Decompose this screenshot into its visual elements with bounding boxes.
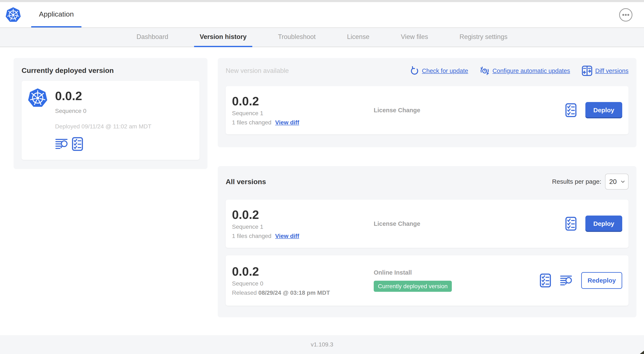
app-footer: v1.109.3 [0, 335, 644, 354]
results-per-page-value: 20 [609, 178, 617, 186]
logs-icon [560, 275, 572, 286]
admin-console-version: v1.109.3 [311, 341, 333, 348]
all-versions-panel: All versions Results per page: 20 0.0.2 … [218, 166, 636, 317]
version-actions: Deploy [565, 216, 622, 232]
deployed-icon-row [55, 137, 151, 151]
version-actions: Deploy [565, 102, 622, 118]
all-versions-header: All versions Results per page: 20 [226, 174, 628, 190]
check-for-update-link[interactable]: Check for update [410, 66, 468, 75]
all-versions-title: All versions [226, 178, 266, 186]
tab-registry-settings[interactable]: Registry settings [454, 28, 513, 47]
preflight-checks-icon-button[interactable] [72, 137, 83, 151]
source-label: Online Install [374, 269, 412, 276]
deploy-button[interactable]: Deploy [586, 216, 622, 232]
preflight-checks-icon [565, 217, 576, 231]
version-number: 0.0.2 [232, 95, 374, 108]
new-version-panel: New version available Check for update C… [218, 58, 636, 147]
redeploy-button[interactable]: Redeploy [581, 272, 622, 289]
deploy-button[interactable]: Deploy [586, 102, 622, 118]
new-version-card: 0.0.2 Sequence 1 1 files changed View di… [226, 86, 628, 134]
version-info: 0.0.2 Sequence 1 1 files changed View di… [232, 208, 374, 239]
deployed-panel-title: Currently deployed version [22, 66, 200, 75]
right-column: New version available Check for update C… [218, 58, 636, 317]
deployed-version-number: 0.0.2 [55, 89, 151, 103]
preflight-checks-icon-button[interactable] [540, 273, 551, 288]
results-per-page-label: Results per page: [552, 178, 601, 185]
files-changed-row: 1 files changed View diff [232, 119, 374, 126]
released-timestamp: Released 08/29/24 @ 03:18 pm MDT [232, 289, 374, 296]
version-source: License Change [374, 107, 565, 114]
diff-versions-link[interactable]: Diff versions [582, 66, 628, 76]
version-info: 0.0.2 Sequence 1 1 files changed View di… [232, 95, 374, 126]
tab-view-files[interactable]: View files [395, 28, 434, 47]
ellipsis-menu-button[interactable] [619, 8, 633, 22]
version-source: Online Install Currently deployed versio… [374, 269, 540, 292]
version-info: 0.0.2 Sequence 0 Released 08/29/24 @ 03:… [232, 265, 374, 296]
released-prefix: Released [232, 289, 257, 296]
view-diff-link[interactable]: View diff [275, 233, 299, 239]
new-version-panel-header: New version available Check for update C… [226, 66, 628, 76]
version-row: 0.0.2 Sequence 1 1 files changed View di… [226, 200, 628, 248]
deployed-version-info: 0.0.2 Sequence 0 Deployed 09/11/24 @ 11:… [55, 88, 151, 151]
version-sequence: Sequence 0 [232, 280, 374, 287]
deployed-version-card: 0.0.2 Sequence 0 Deployed 09/11/24 @ 11:… [22, 81, 200, 160]
diff-versions-label: Diff versions [595, 68, 628, 74]
files-changed-label: 1 files changed [232, 119, 271, 126]
currently-deployed-badge: Currently deployed version [374, 281, 452, 292]
version-number: 0.0.2 [232, 208, 374, 221]
tab-dashboard[interactable]: Dashboard [131, 28, 174, 47]
new-version-title: New version available [226, 67, 289, 75]
version-row: 0.0.2 Sequence 0 Released 08/29/24 @ 03:… [226, 255, 628, 306]
tab-troubleshoot[interactable]: Troubleshoot [272, 28, 321, 47]
chevron-down-icon [621, 181, 625, 183]
app-header: Application [0, 2, 644, 28]
version-sequence: Sequence 1 [232, 110, 374, 117]
preflight-checks-icon-button[interactable] [565, 217, 576, 231]
deployed-timestamp: Deployed 09/11/24 @ 11:02 am MDT [55, 123, 151, 130]
mouse-cursor-artifact [640, 351, 644, 354]
source-stack: Online Install Currently deployed versio… [374, 269, 540, 292]
sub-nav: Dashboard Version history Troubleshoot L… [0, 28, 644, 47]
tab-version-history[interactable]: Version history [194, 28, 252, 47]
logs-icon-button[interactable] [55, 138, 68, 150]
page-root: Application Dashboard Version history Tr… [0, 0, 644, 354]
kubernetes-logo-icon [28, 88, 48, 108]
preflight-checks-icon-button[interactable] [565, 103, 576, 117]
app-tab-label: Application [39, 10, 74, 18]
currently-deployed-panel: Currently deployed version 0.0.2 Sequenc… [14, 58, 208, 169]
version-sequence: Sequence 1 [232, 223, 374, 230]
view-diff-link[interactable]: View diff [275, 119, 299, 126]
ellipsis-icon [619, 8, 633, 22]
files-changed-label: 1 files changed [232, 233, 271, 239]
deployed-sequence: Sequence 0 [55, 108, 151, 114]
main-content: Currently deployed version 0.0.2 Sequenc… [0, 47, 644, 335]
files-changed-row: 1 files changed View diff [232, 233, 374, 239]
version-number: 0.0.2 [232, 265, 374, 278]
results-per-page: Results per page: 20 [552, 174, 628, 190]
kubernetes-logo-icon [6, 7, 21, 23]
version-actions: Redeploy [540, 272, 622, 289]
logs-icon [55, 138, 68, 150]
refresh-icon [410, 66, 419, 75]
check-for-update-label: Check for update [422, 68, 468, 74]
released-date: 08/29/24 @ 03:18 pm MDT [258, 289, 330, 296]
preflight-checks-icon [540, 273, 551, 288]
top-strip [0, 0, 644, 2]
logs-icon-button[interactable] [560, 275, 572, 286]
app-tab[interactable]: Application [31, 2, 82, 28]
preflight-checks-icon [72, 137, 83, 151]
tab-license[interactable]: License [342, 28, 375, 47]
preflight-checks-icon [565, 103, 576, 117]
configure-automatic-updates-label: Configure automatic updates [492, 68, 570, 74]
version-source: License Change [374, 220, 565, 227]
auto-update-clock-icon [480, 66, 490, 76]
results-per-page-select[interactable]: 20 [605, 174, 628, 190]
configure-automatic-updates-link[interactable]: Configure automatic updates [480, 66, 570, 76]
diff-icon [582, 66, 592, 76]
update-actions: Check for update Configure automatic upd… [410, 66, 628, 76]
